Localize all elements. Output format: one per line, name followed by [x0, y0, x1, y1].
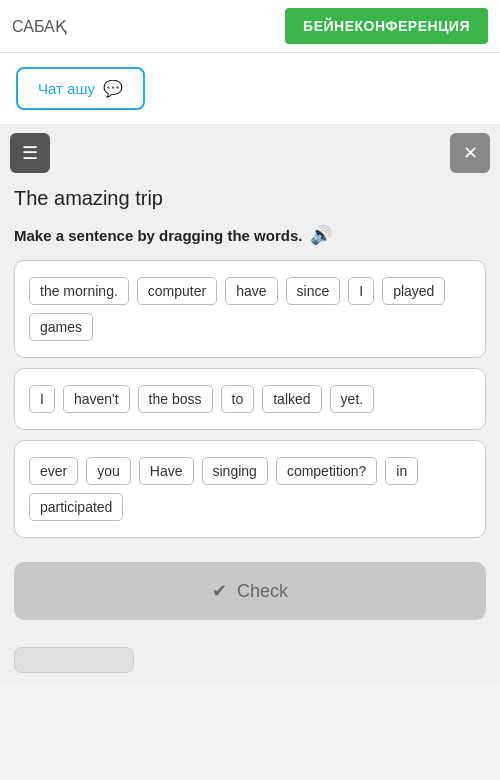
word-chip[interactable]: have — [225, 277, 277, 305]
page-title: The amazing trip — [0, 181, 500, 224]
check-label: Check — [237, 581, 288, 602]
word-chip[interactable]: ever — [29, 457, 78, 485]
word-chip[interactable]: participated — [29, 493, 123, 521]
check-icon: ✔ — [212, 580, 227, 602]
instruction-row: Make a sentence by dragging the words. 🔊 — [0, 224, 500, 260]
word-chip[interactable]: since — [286, 277, 341, 305]
instruction-text: Make a sentence by dragging the words. — [14, 227, 302, 244]
top-bar: САБАҚ БЕЙНЕКОНФЕРЕНЦИЯ — [0, 0, 500, 53]
sound-icon[interactable]: 🔊 — [310, 224, 332, 246]
bottom-button[interactable] — [14, 647, 134, 673]
bottom-partial — [0, 636, 500, 683]
video-conf-button[interactable]: БЕЙНЕКОНФЕРЕНЦИЯ — [285, 8, 488, 44]
word-chip[interactable]: to — [221, 385, 255, 413]
word-chip[interactable]: you — [86, 457, 131, 485]
sentence-box-3: everyouHavesingingcompetition?inparticip… — [14, 440, 486, 538]
check-button[interactable]: ✔ Check — [14, 562, 486, 620]
word-chip[interactable]: talked — [262, 385, 321, 413]
toolbar: ☰ ✕ — [0, 125, 500, 181]
word-chip[interactable]: games — [29, 313, 93, 341]
sentence-box-1: the morning.computerhavesinceIplayedgame… — [14, 260, 486, 358]
word-chip[interactable]: I — [348, 277, 374, 305]
chat-icon: 💬 — [103, 79, 123, 98]
logo-text: САБАҚ — [12, 17, 66, 36]
hamburger-icon: ☰ — [22, 142, 38, 164]
word-chip[interactable]: computer — [137, 277, 217, 305]
word-chip[interactable]: Have — [139, 457, 194, 485]
close-button[interactable]: ✕ — [450, 133, 490, 173]
chat-row: Чат ашу 💬 — [0, 53, 500, 125]
close-icon: ✕ — [463, 142, 478, 164]
word-chip[interactable]: in — [385, 457, 418, 485]
word-chip[interactable]: I — [29, 385, 55, 413]
word-chip[interactable]: the morning. — [29, 277, 129, 305]
word-chip[interactable]: competition? — [276, 457, 377, 485]
word-chip[interactable]: haven't — [63, 385, 130, 413]
word-chip[interactable]: the boss — [138, 385, 213, 413]
check-row: ✔ Check — [0, 538, 500, 636]
content-area: ☰ ✕ The amazing trip Make a sentence by … — [0, 125, 500, 683]
sentence-boxes: the morning.computerhavesinceIplayedgame… — [0, 260, 500, 538]
word-chip[interactable]: played — [382, 277, 445, 305]
sentence-box-2: Ihaven'tthe bosstotalkedyet. — [14, 368, 486, 430]
chat-label: Чат ашу — [38, 80, 95, 97]
word-chip[interactable]: singing — [202, 457, 268, 485]
chat-button[interactable]: Чат ашу 💬 — [16, 67, 145, 110]
word-chip[interactable]: yet. — [330, 385, 375, 413]
hamburger-button[interactable]: ☰ — [10, 133, 50, 173]
